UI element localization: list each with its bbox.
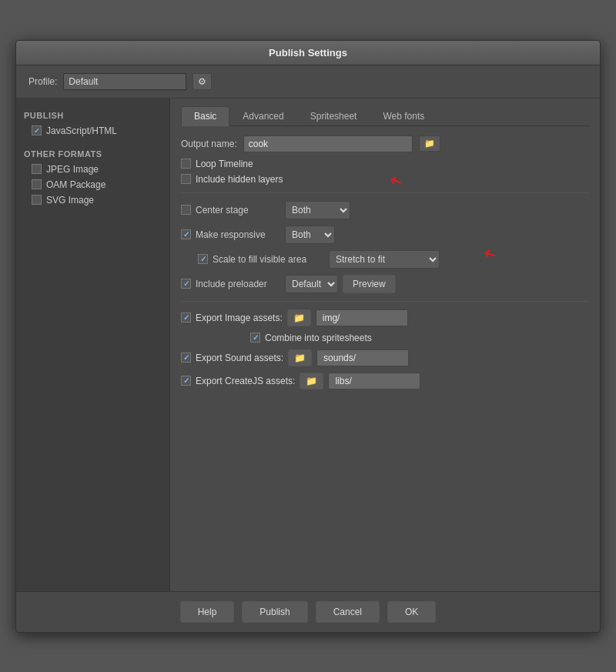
include-hidden-label: Include hidden layers [196,174,283,185]
include-hidden-row: Include hidden layers ➜ [181,174,589,185]
export-sound-checkbox[interactable] [181,353,191,363]
combine-spritesheets-checkbox[interactable] [250,333,260,343]
oam-label: OAM Package [46,179,105,190]
loop-timeline-row: Loop Timeline [181,159,589,169]
loop-timeline-label: Loop Timeline [196,159,253,169]
combine-spritesheets-row: Combine into spritesheets [250,333,589,343]
center-stage-checkbox[interactable] [181,205,191,215]
jpeg-label: JPEG Image [46,164,99,175]
sidebar: PUBLISH JavaScript/HTML OTHER FORMATS JP… [16,99,170,591]
center-stage-row: Center stage Both Horizontal Vertical No… [181,201,589,219]
make-responsive-row: Make responsive Both Width Height None [181,226,589,244]
center-stage-select[interactable]: Both Horizontal Vertical None [285,201,350,219]
publish-settings-dialog: Publish Settings Profile: Default ⚙ PUBL… [15,40,601,633]
tab-webfonts[interactable]: Web fonts [370,106,437,125]
make-responsive-label: Make responsive [196,229,280,240]
export-image-path-input[interactable] [316,309,408,326]
tab-basic[interactable]: Basic [181,106,229,126]
scale-to-fill-row: Scale to fill visible area Stretch to fi… [198,250,589,269]
dialog-title: Publish Settings [269,47,347,59]
tab-advanced[interactable]: Advanced [229,106,296,125]
export-sound-path-input[interactable] [316,349,409,366]
svg-checkbox[interactable] [32,195,42,205]
include-preloader-row: Include preloader Default None Preview [181,275,589,293]
export-sound-row: Export Sound assets: 📁 [181,349,589,366]
tab-spritesheet[interactable]: Spritesheet [297,106,370,125]
js-html-label: JavaScript/HTML [46,125,117,136]
output-name-label: Output name: [181,139,237,149]
make-responsive-checkbox[interactable] [181,229,191,239]
tabs: Basic Advanced Spritesheet Web fonts [181,106,589,126]
arrow-annotation-1: ➜ [386,170,404,192]
gear-button[interactable]: ⚙ [192,73,212,90]
export-sound-label: Export Sound assets: [196,353,283,363]
preloader-select[interactable]: Default None [285,275,338,293]
include-hidden-checkbox[interactable] [181,174,191,184]
help-button[interactable]: Help [180,601,235,623]
export-createjs-row: Export CreateJS assets: 📁 [181,373,589,389]
publish-section-title: PUBLISH [16,106,169,123]
browse-createjs-button[interactable]: 📁 [300,373,323,389]
divider-2 [181,301,589,302]
sidebar-item-js-html[interactable]: JavaScript/HTML [16,123,169,139]
right-panel: Basic Advanced Spritesheet Web fonts Out… [170,99,600,591]
export-createjs-checkbox[interactable] [181,376,191,386]
export-createjs-path-input[interactable] [328,373,420,389]
profile-select[interactable]: Default [63,73,186,90]
export-createjs-label: Export CreateJS assets: [196,376,295,386]
jpeg-checkbox[interactable] [32,164,42,174]
include-preloader-checkbox[interactable] [181,279,191,289]
scale-to-fill-checkbox[interactable] [198,254,208,264]
browse-output-button[interactable]: 📁 [419,135,440,152]
loop-timeline-checkbox[interactable] [181,159,191,169]
make-responsive-select[interactable]: Both Width Height None [285,226,335,244]
include-preloader-label: Include preloader [196,279,280,289]
divider-1 [181,192,589,193]
sidebar-item-oam[interactable]: OAM Package [16,177,169,192]
center-stage-label: Center stage [196,205,280,216]
output-name-row: Output name: 📁 [181,135,589,152]
profile-row: Profile: Default ⚙ [16,65,600,99]
svg-label: SVG Image [46,195,94,206]
publish-button[interactable]: Publish [242,601,307,623]
scale-to-fill-label: Scale to fill visible area [213,254,324,265]
ok-button[interactable]: OK [387,601,436,623]
profile-label: Profile: [28,76,57,87]
other-formats-title: OTHER FORMATS [16,145,169,162]
browse-image-button[interactable]: 📁 [287,309,311,326]
cancel-button[interactable]: Cancel [316,601,380,623]
sidebar-item-svg[interactable]: SVG Image [16,192,169,208]
title-bar: Publish Settings [16,41,600,65]
preview-button[interactable]: Preview [343,275,396,293]
combine-spritesheets-label: Combine into spritesheets [265,333,372,343]
arrow-annotation-2: ➜ [480,243,498,265]
browse-sound-button[interactable]: 📁 [288,349,312,366]
export-image-row: Export Image assets: 📁 [181,309,589,326]
js-html-checkbox[interactable] [32,125,42,135]
output-name-input[interactable] [243,135,413,152]
bottom-bar: Help Publish Cancel OK [16,591,600,632]
scale-option-select[interactable]: Stretch to fit Preserve aspect ratio [329,250,440,269]
main-content: PUBLISH JavaScript/HTML OTHER FORMATS JP… [16,99,600,591]
sidebar-item-jpeg[interactable]: JPEG Image [16,162,169,177]
export-image-label: Export Image assets: [196,313,283,323]
export-image-checkbox[interactable] [181,313,191,323]
oam-checkbox[interactable] [32,179,42,189]
